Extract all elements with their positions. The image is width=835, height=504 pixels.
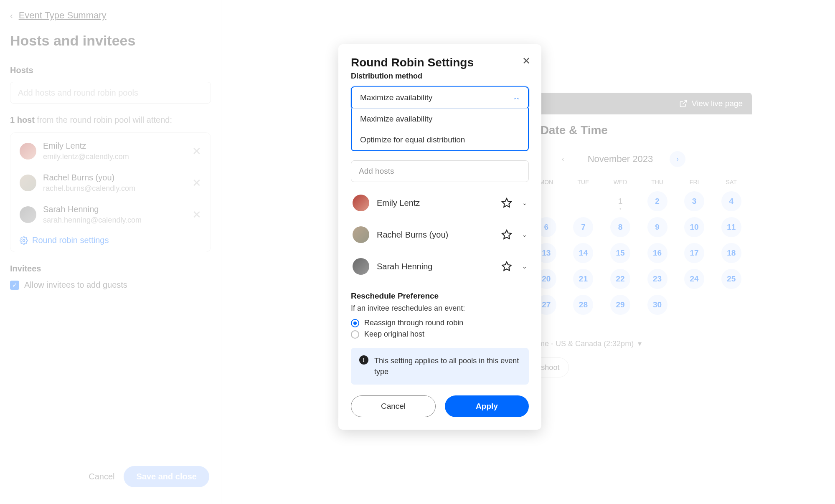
host-name: Emily Lentz: [43, 141, 185, 151]
calendar-day[interactable]: 17: [684, 243, 704, 263]
calendar-day[interactable]: 25: [721, 269, 741, 289]
calendar-day[interactable]: 4: [721, 191, 741, 211]
next-month-button[interactable]: ›: [670, 151, 685, 167]
calendar-day: 1: [610, 191, 630, 211]
calendar-day[interactable]: 21: [573, 269, 593, 289]
view-live-label: View live page: [692, 99, 743, 108]
apply-button[interactable]: Apply: [445, 395, 529, 417]
remove-host-icon[interactable]: ✕: [192, 177, 201, 190]
avatar: [20, 143, 36, 160]
avatar: [353, 258, 369, 275]
invitees-heading: Invitees: [10, 264, 211, 274]
avatar: [353, 195, 369, 211]
info-text: This setting applies to all pools in thi…: [374, 355, 520, 377]
sidebar: ‹ Event Type Summary Hosts and invitees …: [0, 0, 221, 504]
dropdown-option[interactable]: Maximize availability: [352, 109, 528, 129]
calendar-day[interactable]: 22: [610, 269, 630, 289]
calendar-day[interactable]: 28: [573, 295, 593, 315]
calendar-day[interactable]: 2: [647, 191, 667, 211]
info-banner: ! This setting applies to all pools in t…: [351, 348, 529, 385]
dropdown-option[interactable]: Optimize for equal distribution: [352, 129, 528, 150]
modal-title: Round Robin Settings: [351, 56, 529, 69]
remove-host-icon[interactable]: ✕: [192, 145, 201, 158]
external-link-icon: [679, 99, 688, 108]
svg-marker-3: [502, 230, 511, 239]
avatar: [353, 226, 369, 243]
round-robin-settings-link[interactable]: Round robin settings: [10, 230, 211, 245]
radio-keep-label: Keep original host: [364, 330, 424, 339]
calendar-day[interactable]: 3: [684, 191, 704, 211]
radio-reassign[interactable]: Reassign through round robin: [351, 319, 529, 327]
host-name: Emily Lentz: [377, 198, 494, 208]
svg-line-1: [683, 101, 686, 104]
remove-host-icon[interactable]: ✕: [192, 208, 201, 221]
chevron-down-icon[interactable]: ⌄: [522, 200, 527, 206]
calendar-day[interactable]: 11: [721, 217, 741, 237]
add-hosts-input[interactable]: [351, 160, 529, 182]
chevron-down-icon: ▾: [638, 339, 642, 348]
radio-selected-icon: [351, 319, 359, 327]
avatar: [20, 175, 36, 191]
cancel-button[interactable]: Cancel: [351, 395, 436, 417]
save-button[interactable]: Save and close: [124, 466, 209, 487]
pool-summary: 1 host from the round robin pool will at…: [10, 115, 211, 125]
star-icon[interactable]: [501, 198, 512, 208]
calendar-day[interactable]: 16: [647, 243, 667, 263]
allow-guests-checkbox[interactable]: Allow invitees to add guests: [10, 280, 211, 290]
calendar-day[interactable]: 29: [610, 295, 630, 315]
modal-host-list: Emily Lentz ⌄ Rachel Burns (you) ⌄ Sarah…: [351, 187, 529, 282]
pool-suffix: from the round robin pool will attend:: [35, 115, 172, 124]
modal-host-row: Sarah Henning ⌄: [351, 251, 529, 282]
cancel-button[interactable]: Cancel: [89, 466, 114, 487]
radio-keep[interactable]: Keep original host: [351, 330, 529, 339]
modal-host-row: Rachel Burns (you) ⌄: [351, 219, 529, 251]
calendar-day[interactable]: 9: [647, 217, 667, 237]
day-of-week: FRI: [678, 179, 711, 185]
host-name: Rachel Burns (you): [377, 230, 494, 240]
calendar-day[interactable]: 8: [610, 217, 630, 237]
calendar-day[interactable]: 18: [721, 243, 741, 263]
calendar-day[interactable]: 30: [647, 295, 667, 315]
add-hosts-input[interactable]: Add hosts and round robin pools: [10, 82, 211, 104]
sidebar-footer: Cancel Save and close: [0, 466, 221, 487]
host-email: emily.lentz@calendly.com: [43, 152, 185, 161]
host-name: Sarah Henning: [377, 262, 494, 271]
host-row: Rachel Burns (you) rachel.burns@calendly…: [10, 167, 211, 199]
avatar: [20, 206, 36, 223]
selected-option-label: Maximize availability: [360, 93, 432, 102]
calendar-day[interactable]: 14: [573, 243, 593, 263]
calendar-day[interactable]: 10: [684, 217, 704, 237]
chevron-down-icon[interactable]: ⌄: [522, 263, 527, 270]
radio-icon: [351, 330, 359, 339]
reschedule-heading: Reschedule Preference: [351, 291, 529, 301]
star-icon[interactable]: [501, 261, 512, 272]
calendar-day[interactable]: 23: [647, 269, 667, 289]
modal-host-row: Emily Lentz ⌄: [351, 187, 529, 219]
modal-actions: Cancel Apply: [351, 395, 529, 417]
reschedule-sub: If an invitee reschedules an event:: [351, 304, 529, 313]
svg-marker-2: [502, 198, 511, 207]
chevron-up-icon: ︿: [514, 94, 520, 101]
back-chevron-icon[interactable]: ‹: [10, 11, 13, 20]
close-icon[interactable]: ✕: [522, 55, 530, 67]
day-of-week: WED: [604, 179, 637, 185]
allow-guests-label: Allow invitees to add guests: [24, 280, 127, 290]
calendar-day[interactable]: 15: [610, 243, 630, 263]
svg-point-0: [23, 239, 25, 241]
calendar-day[interactable]: 7: [573, 217, 593, 237]
chevron-down-icon[interactable]: ⌄: [522, 231, 527, 238]
star-icon[interactable]: [501, 229, 512, 240]
host-email: sarah.henning@calendly.com: [43, 216, 185, 225]
page-title: Hosts and invitees: [10, 33, 211, 49]
distribution-select[interactable]: Maximize availability ︿ Maximize availab…: [351, 86, 529, 151]
rr-link-label: Round robin settings: [32, 236, 109, 245]
view-live-link[interactable]: View live page: [679, 99, 743, 108]
prev-month-button[interactable]: ‹: [555, 151, 571, 167]
gear-icon: [20, 236, 28, 245]
select-box[interactable]: Maximize availability ︿: [351, 86, 529, 109]
month-label: November 2023: [588, 154, 653, 165]
calendar-day[interactable]: 24: [684, 269, 704, 289]
add-hosts-placeholder: Add hosts and round robin pools: [18, 88, 138, 98]
round-robin-modal: ✕ Round Robin Settings Distribution meth…: [338, 44, 541, 430]
breadcrumb-link[interactable]: Event Type Summary: [19, 10, 107, 21]
